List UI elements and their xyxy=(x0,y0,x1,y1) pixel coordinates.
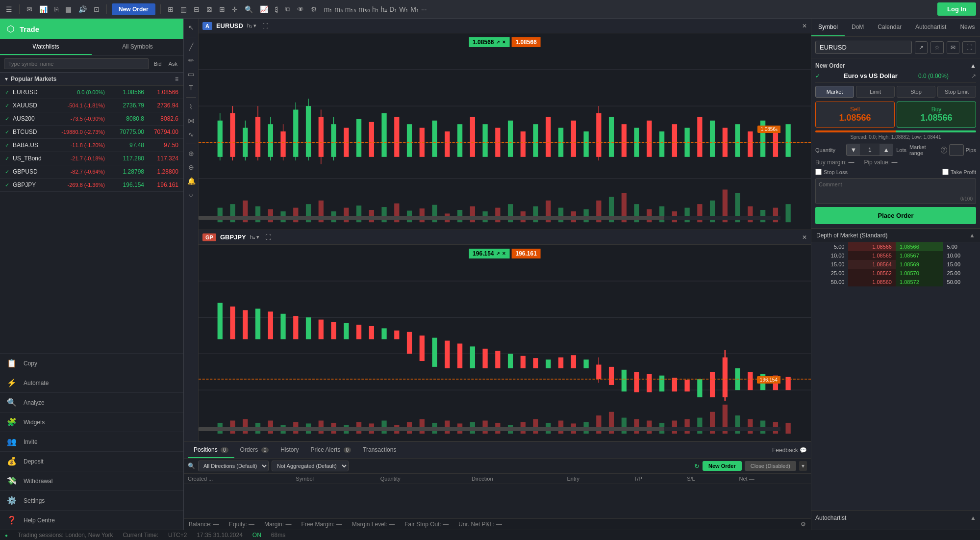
gbpjpy-expand-icon[interactable]: ⛶ xyxy=(265,234,271,241)
settings2-icon[interactable]: ⚙ xyxy=(309,4,319,14)
cursor-tool[interactable]: ↖ xyxy=(185,22,197,33)
gbpjpy-ask-label[interactable]: 196.161 xyxy=(512,249,541,258)
market-row[interactable]: ✓ BTCUSD -19880.0 (-2.73%) 70775.00 7079… xyxy=(0,126,183,139)
login-button[interactable]: Log In xyxy=(937,2,976,16)
symbol-search-input[interactable] xyxy=(4,58,149,69)
comment-input[interactable] xyxy=(819,181,973,199)
tab-orders[interactable]: Orders 0 xyxy=(234,442,275,458)
expand-symbol-icon[interactable]: ⛶ xyxy=(962,41,976,54)
sidebar-bottom-help-centre[interactable]: ❓ Help Centre xyxy=(0,510,183,530)
tab-transactions[interactable]: Transactions xyxy=(357,442,402,458)
grid-icon[interactable]: ▦ xyxy=(63,4,74,14)
new-order-button[interactable]: New Order xyxy=(112,3,155,15)
market-row[interactable]: ✓ GBPUSD -82.7 (-0.64%) 1.28798 1.28800 xyxy=(0,165,183,179)
order-share-icon[interactable]: ↗ xyxy=(971,73,976,79)
aggregated-filter[interactable]: Not Aggregated (Default) xyxy=(272,461,349,471)
close-disabled-button[interactable]: Close (Disabled) xyxy=(745,461,796,471)
market-row[interactable]: ✓ US_TBond -21.7 (-0.18%) 117.280 117.32… xyxy=(0,152,183,165)
eurusd-timeframe[interactable]: h₁ ▾ xyxy=(247,23,256,29)
filter-icon[interactable]: ≡ xyxy=(175,76,178,82)
symbol-input[interactable] xyxy=(815,41,912,54)
order-type-stop-limit[interactable]: Stop Limit xyxy=(937,86,976,98)
terminal-icon[interactable]: ⊡ xyxy=(92,4,101,14)
gbpjpy-close-icon[interactable]: ✕ xyxy=(802,234,807,241)
market-range-info-icon[interactable]: ? xyxy=(941,147,947,154)
eurusd-expand-icon[interactable]: ⛶ xyxy=(262,23,268,29)
dom-row[interactable]: 15.00 1.08564 1.08569 15.00 xyxy=(811,260,980,269)
refresh-icon[interactable]: ↻ xyxy=(694,463,700,470)
gbpjpy-scrollbar[interactable] xyxy=(199,427,780,431)
tab-all-symbols[interactable]: All Symbols xyxy=(92,39,183,55)
place-order-button[interactable]: Place Order xyxy=(815,207,976,224)
qty-decrease-button[interactable]: ▼ xyxy=(847,144,860,155)
tab-history[interactable]: History xyxy=(275,442,304,458)
layout3-icon[interactable]: ⊠ xyxy=(204,4,214,14)
tab-watchlists[interactable]: Watchlists xyxy=(0,39,92,55)
gbpjpy-timeframe[interactable]: h₁ ▾ xyxy=(250,234,259,240)
search2-icon[interactable]: 🔍 xyxy=(243,4,255,14)
new-order-bottom-button[interactable]: New Order xyxy=(703,461,742,471)
new-order-collapse-icon[interactable]: ▲ xyxy=(970,62,976,69)
order-type-limit[interactable]: Limit xyxy=(856,86,895,98)
fibonacci-tool[interactable]: ⌇ xyxy=(185,101,197,113)
crypto-icon[interactable]: ₿ xyxy=(273,4,280,14)
pen-tool[interactable]: ✏ xyxy=(185,54,197,66)
timeframes-icon[interactable]: m₁ m₅ m₁₅ m₃₀ h₁ h₄ D₁ W₁ M₁ ··· xyxy=(322,4,429,14)
dom-row[interactable]: 5.00 1.08566 1.08566 5.00 xyxy=(811,242,980,251)
sell-button[interactable]: Sell 1.08566 xyxy=(815,102,895,128)
eurusd-close-icon[interactable]: ✕ xyxy=(802,23,807,29)
close-expand-icon[interactable]: ▾ xyxy=(799,461,807,471)
elliott-tool[interactable]: ∿ xyxy=(185,129,197,140)
line-tool[interactable]: ╱ xyxy=(185,41,197,52)
sidebar-bottom-copy[interactable]: 📋 Copy xyxy=(0,353,183,373)
tab-symbol[interactable]: Symbol xyxy=(811,19,845,36)
star-symbol-icon[interactable]: ☆ xyxy=(930,41,944,54)
tab-calendar[interactable]: Calendar xyxy=(871,19,908,36)
email-icon[interactable]: ✉ xyxy=(25,4,34,14)
dom-row[interactable]: 25.00 1.08562 1.08570 25.00 xyxy=(811,269,980,278)
take-profit-checkbox[interactable]: Take Profit xyxy=(942,169,976,175)
copy-icon[interactable]: ⎘ xyxy=(52,4,60,14)
gann-tool[interactable]: ⋈ xyxy=(185,115,197,127)
tab-autochartist[interactable]: Autochartist xyxy=(908,19,953,36)
tab-price-alerts[interactable]: Price Alerts 0 xyxy=(305,442,357,458)
dom-collapse-icon[interactable]: ▲ xyxy=(969,232,975,239)
market-row[interactable]: ✓ AUS200 -73.5 (-0.90%) 8080.8 8082.6 xyxy=(0,112,183,126)
market-row[interactable]: ✓ EURUSD 0.0 (0.00%) 1.08566 1.08566 xyxy=(0,86,183,99)
dom-row[interactable]: 50.00 1.08560 1.08572 50.00 xyxy=(811,278,980,286)
stop-loss-checkbox[interactable]: Stop Loss xyxy=(815,169,848,175)
sidebar-bottom-deposit[interactable]: 💰 Deposit xyxy=(0,451,183,471)
eurusd-ask-label[interactable]: 1.08566 xyxy=(512,37,541,47)
circle-tool[interactable]: ○ xyxy=(185,189,197,201)
buy-button[interactable]: Buy 1.08566 xyxy=(897,102,976,128)
take-profit-check[interactable] xyxy=(942,169,949,175)
sidebar-bottom-withdrawal[interactable]: 💸 Withdrawal xyxy=(0,471,183,490)
magnify-minus-tool[interactable]: ⊖ xyxy=(185,161,197,173)
sidebar-bottom-settings[interactable]: ⚙️ Settings xyxy=(0,490,183,510)
magnify-plus-tool[interactable]: ⊕ xyxy=(185,148,197,159)
tab-dom[interactable]: DoM xyxy=(845,19,871,36)
tab-positions[interactable]: Positions 0 xyxy=(188,442,234,458)
layout2-icon[interactable]: ⊟ xyxy=(192,4,201,14)
crosshair-icon[interactable]: ✛ xyxy=(230,4,240,14)
layout4-icon[interactable]: ⊞ xyxy=(217,4,227,14)
eye-icon[interactable]: 👁 xyxy=(295,4,306,14)
bell-tool[interactable]: 🔔 xyxy=(185,175,197,187)
menu-icon[interactable]: ☰ xyxy=(4,4,14,14)
qty-input[interactable] xyxy=(860,145,879,155)
text-tool[interactable]: T xyxy=(185,82,197,94)
market-row[interactable]: ✓ GBPJPY -269.8 (-1.36%) 196.154 196.161 xyxy=(0,179,183,192)
feedback-button[interactable]: Feedback 💬 xyxy=(772,447,807,454)
layers-icon[interactable]: ⧉ xyxy=(283,4,292,14)
indicators-icon[interactable]: 📈 xyxy=(258,4,270,14)
market-range-input[interactable] xyxy=(949,144,964,156)
sidebar-bottom-widgets[interactable]: 🧩 Widgets xyxy=(0,412,183,432)
gbpjpy-bid-label[interactable]: 196.154 ↗ ✕ xyxy=(469,249,509,258)
search-bottom-icon[interactable]: 🔍 xyxy=(188,463,195,469)
direction-filter[interactable]: All Directions (Default) xyxy=(198,461,269,471)
rectangle-tool[interactable]: ▭ xyxy=(185,68,197,80)
eurusd-symbol[interactable]: EURUSD xyxy=(216,22,243,29)
market-row[interactable]: ✓ XAUUSD -504.1 (-1.81%) 2736.79 2736.94 xyxy=(0,99,183,112)
eurusd-scrollbar[interactable] xyxy=(199,216,780,220)
chart-icon[interactable]: 📊 xyxy=(37,4,50,14)
